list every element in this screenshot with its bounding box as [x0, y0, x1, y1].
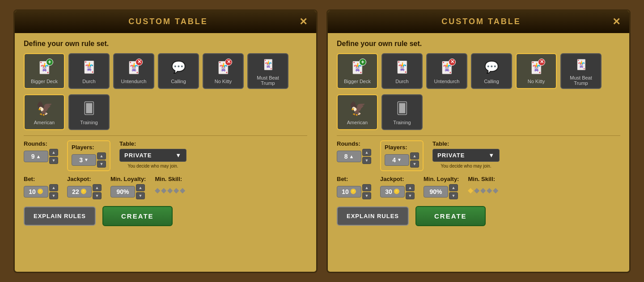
d2-skill-stars: ◆ ◆ ◆ ◆ ◆	[468, 186, 498, 194]
players-up-button[interactable]: ▲	[97, 152, 106, 160]
dialog-1-header: CUSTOM TABLE ✕	[15, 11, 316, 33]
d2-jackpot-up-button[interactable]: ▲	[406, 184, 415, 191]
jackpot-up-button[interactable]: ▲	[93, 184, 102, 191]
loyalty-up-button[interactable]: ▲	[136, 184, 145, 191]
star-5[interactable]: ◆	[180, 186, 185, 194]
star-3[interactable]: ◆	[167, 186, 173, 194]
d2-jackpot-stepper-buttons: ▲ ▼	[406, 184, 415, 199]
d2-card-untendurch[interactable]: 🃏 ✕ Untendurch	[426, 53, 467, 89]
d2-players-label: Players:	[385, 144, 419, 151]
durch-label: Durch	[82, 79, 95, 84]
dialog-1-card-grid: 🃏 + Bigger Deck 🃏 Durch 🃏 ✕	[24, 53, 307, 89]
d2-star-4[interactable]: ◆	[487, 186, 492, 194]
d2-loyalty-down-button[interactable]: ▼	[449, 192, 458, 199]
d2-training-icon: 🂠	[391, 99, 413, 118]
dialog-2-subtitle: Define your own rule set.	[337, 40, 620, 48]
d2-plus-badge: +	[359, 59, 366, 66]
dialog-2-close-button[interactable]: ✕	[612, 16, 620, 28]
d2-card-training[interactable]: 🂠 Training	[381, 94, 423, 130]
star-1[interactable]: ◆	[155, 186, 160, 194]
rounds-value: 9 ▲	[24, 151, 48, 162]
d2-create-button[interactable]: CREATE	[415, 206, 486, 226]
rounds-down-button[interactable]: ▼	[49, 157, 58, 164]
card-durch[interactable]: 🃏 Durch	[68, 53, 110, 89]
d2-jackpot-value: 30 🪙	[380, 186, 405, 198]
jackpot-down-button[interactable]: ▼	[93, 192, 102, 199]
loyalty-down-button[interactable]: ▼	[136, 192, 145, 199]
training-icon: 🂠	[78, 99, 100, 118]
d2-card-durch[interactable]: 🃏 Durch	[381, 53, 423, 89]
d2-players-value: 4 ▼	[385, 154, 409, 166]
rounds-control: Rounds: 9 ▲ ▲ ▼	[24, 140, 58, 164]
d2-table-dropdown[interactable]: PRIVATE ▼	[432, 149, 500, 162]
d2-card-no-kitty[interactable]: 🃏 ✕ No Kitty	[516, 53, 557, 89]
d2-jackpot-control: Jackpot: 30 🪙 ▲ ▼	[380, 176, 415, 199]
d2-star-3[interactable]: ◆	[480, 186, 486, 194]
d2-card-must-beat-trump[interactable]: 🃏 Must Beat Trump	[560, 53, 602, 89]
table-dropdown[interactable]: PRIVATE ▼	[119, 149, 186, 162]
star-4[interactable]: ◆	[174, 186, 179, 194]
players-down-button[interactable]: ▼	[97, 160, 106, 168]
card-must-beat-trump[interactable]: 🃏 Must Beat Trump	[247, 53, 288, 89]
durch-icon: 🃏	[78, 58, 100, 77]
d2-loyalty-up-button[interactable]: ▲	[449, 184, 458, 191]
d2-rounds-stepper-buttons: ▲ ▼	[362, 149, 371, 164]
skill-label: Min. Skill:	[155, 176, 185, 182]
card-training[interactable]: 🂠 Training	[68, 94, 110, 130]
d2-rounds-control: Rounds: 8 ▲ ▲ ▼	[337, 140, 371, 164]
card-untendurch[interactable]: 🃏 ✕ Untendurch	[113, 53, 154, 89]
d2-players-stepper: 4 ▼ ▲ ▼	[385, 152, 419, 168]
d2-players-up-button[interactable]: ▲	[410, 152, 419, 160]
d2-star-1[interactable]: ◆	[468, 186, 473, 194]
must-beat-trump-label: Must Beat Trump	[250, 75, 285, 86]
d2-bigger-deck-label: Bigger Deck	[344, 79, 371, 84]
d2-card-bigger-deck[interactable]: 🃏 + Bigger Deck	[337, 53, 378, 89]
card-american[interactable]: 🦅 American	[24, 94, 65, 130]
jackpot-stepper-buttons: ▲ ▼	[93, 184, 102, 199]
d2-bigger-deck-icon: 🃏 +	[347, 58, 368, 77]
d2-star-5[interactable]: ◆	[493, 186, 498, 194]
no-kitty-icon: 🃏 ✕	[212, 58, 234, 77]
d2-explain-rules-button[interactable]: EXPLAIN RULES	[337, 206, 409, 226]
dialog-2-controls: Rounds: 8 ▲ ▲ ▼ Players: 4	[337, 140, 620, 171]
d2-rounds-down-button[interactable]: ▼	[362, 157, 371, 164]
create-button[interactable]: CREATE	[102, 206, 173, 226]
card-no-kitty[interactable]: 🃏 ✕ No Kitty	[203, 53, 244, 89]
d2-bet-up-button[interactable]: ▲	[362, 184, 371, 191]
plus-badge: +	[46, 59, 53, 66]
explain-rules-button[interactable]: EXPLAIN RULES	[24, 206, 96, 226]
no-kitty-label: No Kitty	[215, 79, 232, 84]
bet-up-button[interactable]: ▲	[49, 184, 58, 191]
d2-card-calling[interactable]: 💬 Calling	[471, 53, 512, 89]
d2-durch-icon: 🃏	[391, 58, 413, 77]
d2-players-stepper-buttons: ▲ ▼	[410, 152, 419, 168]
dialog-1-close-button[interactable]: ✕	[299, 16, 307, 28]
d2-bet-down-button[interactable]: ▼	[362, 192, 371, 199]
bet-stepper: 10 🪙 ▲ ▼	[24, 184, 58, 199]
d2-table-control: Table: PRIVATE ▼ You decide who may join…	[432, 140, 500, 168]
bet-down-button[interactable]: ▼	[49, 192, 58, 199]
dialog-2: CUSTOM TABLE ✕ Define your own rule set.…	[326, 9, 631, 273]
d2-jackpot-down-button[interactable]: ▼	[406, 192, 415, 199]
d2-players-down-button[interactable]: ▼	[410, 160, 419, 168]
dialog-1-controls: Rounds: 9 ▲ ▲ ▼ Players: 3	[24, 140, 307, 171]
dialog-1-button-row: EXPLAIN RULES CREATE	[24, 206, 307, 226]
dialog-2-title: CUSTOM TABLE	[350, 17, 612, 26]
card-calling[interactable]: 💬 Calling	[158, 53, 199, 89]
d2-rounds-up-button[interactable]: ▲	[362, 149, 371, 156]
dialog-1: CUSTOM TABLE ✕ Define your own rule set.…	[13, 9, 318, 273]
rounds-stepper: 9 ▲ ▲ ▼	[24, 149, 58, 164]
d2-players-control: Players: 4 ▼ ▲ ▼	[380, 140, 424, 171]
card-bigger-deck[interactable]: 🃏 + Bigger Deck	[24, 53, 65, 89]
d2-training-label: Training	[393, 120, 411, 125]
loyalty-control: Min. Loyalty: 90% ▲ ▼	[110, 176, 146, 199]
d2-star-2[interactable]: ◆	[474, 186, 479, 194]
rounds-up-button[interactable]: ▲	[49, 149, 58, 156]
d2-loyalty-skill-row: Min. Loyalty: 90% ▲ ▼ Min. Skill:	[424, 176, 498, 199]
untendurch-icon: 🃏 ✕	[123, 58, 144, 77]
star-2[interactable]: ◆	[161, 186, 166, 194]
jackpot-value: 22 🪙	[67, 186, 92, 198]
d2-untendurch-icon: 🃏 ✕	[436, 58, 458, 77]
dialog-2-button-row: EXPLAIN RULES CREATE	[337, 206, 620, 226]
d2-card-american[interactable]: 🦅 American	[337, 94, 378, 130]
